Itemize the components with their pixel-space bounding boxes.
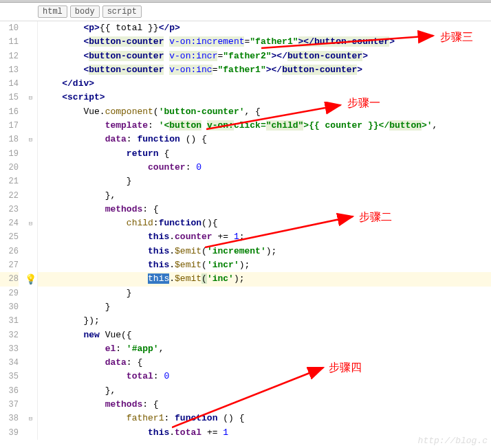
code-line: <script>: [38, 91, 491, 104]
code-line: template: '<button v-on:click="child">{{…: [38, 119, 491, 133]
code-line: total: 0: [38, 370, 491, 383]
code-line: });: [38, 314, 491, 328]
code-line: methods: {: [38, 203, 491, 216]
code-line: <button-counter v-on:incr="father2"></bu…: [38, 49, 491, 63]
code-line: methods: {: [38, 398, 491, 412]
fold-icon[interactable]: ⊟: [29, 220, 32, 227]
code-line: }: [38, 287, 491, 300]
code-line: <p>{{ total }}</p>: [38, 21, 491, 35]
breadcrumb-html[interactable]: html: [38, 5, 67, 18]
code-line: father1: function () {: [38, 412, 491, 425]
code-line: child:function(){: [38, 216, 491, 230]
bulb-icon[interactable]: 💡: [25, 273, 36, 285]
code-line-current: this.$emit('inc');: [38, 272, 491, 286]
code-line: this.$emit('incr');: [38, 258, 491, 272]
fold-icon[interactable]: ⊟: [29, 94, 32, 102]
watermark: http://blog.c: [418, 436, 488, 446]
code-line: },: [38, 189, 491, 203]
code-line: data: {: [38, 356, 491, 370]
breadcrumb-script[interactable]: script: [102, 5, 142, 18]
code-line: this.$emit('increment');: [38, 245, 491, 258]
breadcrumb: html body script: [0, 3, 491, 21]
code-line: <button-counter v-on:inc="father1"></but…: [38, 63, 491, 77]
code-line: Vue.component('button-counter', {: [38, 105, 491, 119]
code-line: counter: 0: [38, 161, 491, 175]
code-line: }: [38, 300, 491, 314]
fold-icon[interactable]: ⊟: [29, 136, 32, 144]
fold-icon[interactable]: ⊟: [29, 415, 32, 423]
code-line: }: [38, 175, 491, 188]
code-line: new Vue({: [38, 328, 491, 342]
code-area[interactable]: <p>{{ total }}</p> <button-counter v-on:…: [38, 21, 491, 440]
code-line: data: function () {: [38, 133, 491, 146]
code-line: return {: [38, 147, 491, 161]
breadcrumb-body[interactable]: body: [70, 5, 100, 18]
code-line: el: '#app',: [38, 342, 491, 356]
line-gutter: 1011121314151617181920212223242526272829…: [0, 21, 24, 440]
code-line: <button-counter v-on:increment="father1"…: [38, 35, 491, 49]
code-editor[interactable]: 1011121314151617181920212223242526272829…: [0, 21, 491, 440]
code-line: this.counter += 1;: [38, 230, 491, 244]
fold-markers: ⊟⊟⊟💡⊟: [24, 21, 38, 440]
code-line: },: [38, 384, 491, 398]
code-line: </div>: [38, 77, 491, 91]
